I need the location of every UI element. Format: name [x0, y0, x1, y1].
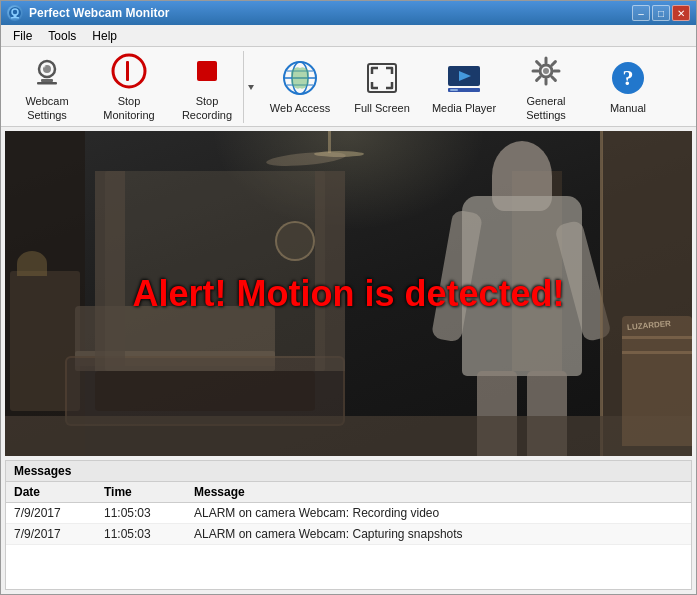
svg-marker-12	[248, 85, 254, 90]
webcam-settings-button[interactable]: Webcam Settings	[7, 51, 87, 123]
stop-recording-label: Stop Recording	[176, 95, 238, 121]
svg-rect-6	[41, 79, 53, 82]
svg-text:?: ?	[623, 65, 634, 90]
web-access-button[interactable]: Web Access	[260, 51, 340, 123]
col-message: Message	[186, 482, 691, 503]
media-player-label: Media Player	[432, 102, 496, 115]
messages-header: Messages	[6, 461, 691, 482]
menu-tools[interactable]: Tools	[40, 27, 84, 45]
stop-monitoring-label: Stop Monitoring	[94, 95, 164, 121]
stop-recording-group: Stop Recording	[171, 51, 258, 123]
row1-date: 7/9/2017	[6, 503, 96, 524]
minimize-button[interactable]: –	[632, 5, 650, 21]
col-date: Date	[6, 482, 96, 503]
table-row: 7/9/2017 11:05:03 ALARM on camera Webcam…	[6, 503, 691, 524]
menu-bar: File Tools Help	[1, 25, 696, 47]
row1-time: 11:05:03	[96, 503, 186, 524]
full-screen-icon	[362, 58, 402, 98]
svg-line-29	[537, 62, 541, 66]
close-button[interactable]: ✕	[672, 5, 690, 21]
title-bar: Perfect Webcam Monitor – □ ✕	[1, 1, 696, 25]
stop-monitoring-button[interactable]: Stop Monitoring	[89, 51, 169, 123]
manual-label: Manual	[610, 102, 646, 115]
stop-monitoring-icon	[109, 51, 149, 91]
stop-recording-button[interactable]: Stop Recording	[171, 51, 243, 123]
svg-line-32	[537, 77, 541, 81]
general-settings-icon	[526, 51, 566, 91]
toolbar: Webcam Settings Stop Monitoring Stop Rec	[1, 47, 696, 127]
full-screen-label: Full Screen	[354, 102, 410, 115]
svg-line-31	[552, 62, 556, 66]
media-player-icon	[444, 58, 484, 98]
svg-line-30	[552, 77, 556, 81]
messages-table: Date Time Message 7/9/2017 11:05:03 ALAR…	[6, 482, 691, 589]
menu-help[interactable]: Help	[84, 27, 125, 45]
window-title: Perfect Webcam Monitor	[29, 6, 169, 20]
web-access-icon	[280, 58, 320, 98]
svg-rect-7	[37, 82, 57, 85]
svg-rect-22	[450, 89, 458, 91]
title-bar-buttons: – □ ✕	[632, 5, 690, 21]
media-player-button[interactable]: Media Player	[424, 51, 504, 123]
full-screen-button[interactable]: Full Screen	[342, 51, 422, 123]
svg-rect-10	[126, 61, 129, 81]
video-feed: LUZARDER Alert! Motion is detected!	[5, 131, 692, 456]
stop-recording-icon	[187, 51, 227, 91]
webcam-settings-label: Webcam Settings	[12, 95, 82, 121]
col-time: Time	[96, 482, 186, 503]
manual-icon: ?	[608, 58, 648, 98]
title-bar-left: Perfect Webcam Monitor	[7, 5, 169, 21]
row1-message: ALARM on camera Webcam: Recording video	[186, 503, 691, 524]
svg-point-8	[43, 65, 46, 68]
webcam-settings-icon	[27, 51, 67, 91]
stop-recording-dropdown[interactable]	[243, 51, 258, 123]
svg-rect-11	[197, 61, 217, 81]
messages-panel: Messages Date Time Message 7/9/2017 11:0…	[5, 460, 692, 590]
table-row: 7/9/2017 11:05:03 ALARM on camera Webcam…	[6, 524, 691, 545]
app-icon	[7, 5, 23, 21]
row2-time: 11:05:03	[96, 524, 186, 545]
main-window: Perfect Webcam Monitor – □ ✕ File Tools …	[0, 0, 697, 595]
video-background: LUZARDER Alert! Motion is detected!	[5, 131, 692, 456]
alert-text: Alert! Motion is detected!	[132, 273, 564, 315]
manual-button[interactable]: ? Manual	[588, 51, 668, 123]
web-access-label: Web Access	[270, 102, 330, 115]
general-settings-label: General Settings	[511, 95, 581, 121]
maximize-button[interactable]: □	[652, 5, 670, 21]
row2-message: ALARM on camera Webcam: Capturing snapsh…	[186, 524, 691, 545]
menu-file[interactable]: File	[5, 27, 40, 45]
general-settings-button[interactable]: General Settings	[506, 51, 586, 123]
svg-rect-3	[11, 17, 19, 19]
svg-point-24	[543, 68, 549, 74]
row2-date: 7/9/2017	[6, 524, 96, 545]
svg-rect-2	[14, 15, 17, 17]
